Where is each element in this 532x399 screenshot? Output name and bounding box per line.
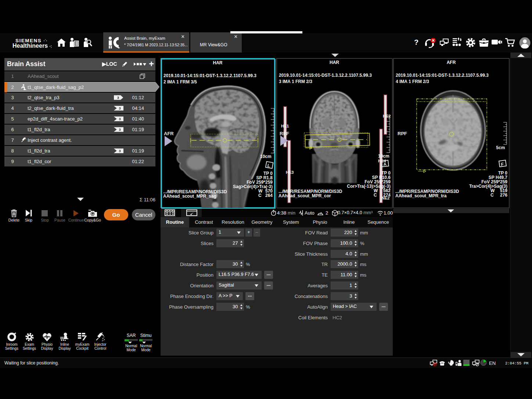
svg-text:3: 3 [119, 107, 121, 110]
svg-text:F: F [500, 162, 504, 167]
svg-text:Go: Go [91, 213, 94, 215]
svg-text:3: 3 [117, 96, 119, 100]
svg-text:3: 3 [119, 149, 121, 153]
svg-text:3: 3 [119, 117, 121, 121]
svg-text:L: L [267, 163, 271, 168]
svg-text:3: 3 [119, 128, 121, 132]
